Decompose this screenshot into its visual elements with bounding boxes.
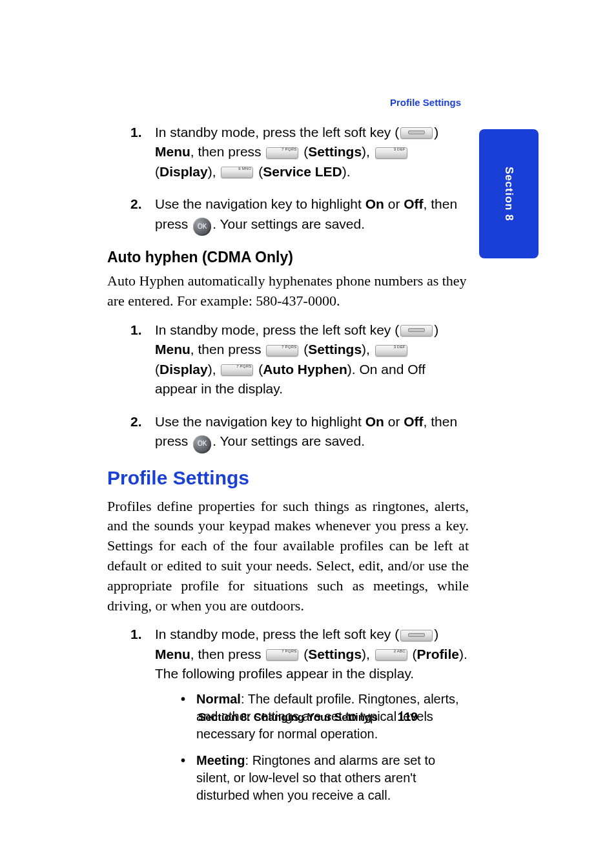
step-number: 2. [130, 194, 142, 214]
text: ( [300, 647, 308, 661]
auto-hyphen-paragraph: Auto Hyphen automatically hyphenates pho… [107, 271, 469, 311]
key-7-icon [266, 147, 298, 159]
auto-hyphen-label: Auto Hyphen [263, 362, 347, 377]
text: ), [208, 164, 220, 179]
text: or [384, 196, 404, 211]
key-3-icon [375, 345, 407, 357]
text: ( [254, 164, 263, 179]
display-label: Display [159, 164, 208, 179]
step-number: 1. [130, 123, 142, 142]
settings-label: Settings [308, 647, 362, 661]
on-label: On [365, 414, 384, 429]
service-led-steps: 1. In standby mode, press the left soft … [107, 123, 469, 234]
key-3-icon [375, 147, 407, 159]
text: or [384, 414, 404, 429]
text: ), [362, 647, 374, 661]
step-number: 2. [130, 412, 142, 431]
text: ( [254, 362, 263, 377]
key-7-icon [266, 649, 298, 661]
display-label: Display [159, 362, 208, 377]
profile-bullets: Normal: The default profile. Ringtones, … [155, 691, 469, 804]
service-led-label: Service LED [263, 164, 342, 179]
key-6-icon [221, 167, 253, 178]
step-2: 2. Use the navigation key to highlight O… [107, 412, 469, 452]
text: Use the navigation key to highlight [155, 414, 365, 429]
text: ( [300, 144, 308, 159]
text: ) [434, 125, 438, 140]
bullet-title: Meeting [196, 753, 245, 767]
settings-label: Settings [308, 144, 362, 159]
section-tab-label: Section 8 [502, 167, 515, 222]
step-number: 1. [130, 320, 142, 340]
softkey-icon [400, 127, 433, 139]
running-header: Profile Settings [390, 97, 461, 108]
on-label: On [365, 196, 384, 211]
text: In standby mode, press the left soft key… [155, 627, 399, 641]
page: Profile Settings Section 8 1. In standby… [0, 0, 616, 852]
text: ) [434, 627, 438, 641]
off-label: Off [404, 414, 423, 429]
key-2-icon [375, 649, 407, 661]
auto-hyphen-heading: Auto hyphen (CDMA Only) [107, 247, 469, 267]
off-label: Off [404, 196, 423, 211]
menu-label: Menu [155, 342, 190, 357]
key-7-icon [266, 345, 298, 357]
settings-label: Settings [308, 342, 362, 357]
softkey-icon [400, 325, 433, 337]
menu-label: Menu [155, 647, 190, 661]
footer-page-number: 119 [397, 710, 418, 724]
text: In standby mode, press the left soft key… [155, 125, 399, 140]
key-7-icon [221, 364, 253, 376]
menu-label: Menu [155, 144, 190, 159]
text: ). [342, 164, 351, 179]
text: ( [409, 647, 417, 661]
ok-button-icon: OK [193, 218, 211, 236]
bullet-title: Normal [196, 692, 241, 706]
footer-section-title: Section 8: Changing Your Settings [198, 711, 378, 724]
step-number: 1. [130, 625, 142, 644]
profile-settings-paragraph: Profiles define properties for such thin… [107, 497, 469, 616]
text: ( [300, 342, 308, 357]
bullet-meeting: Meeting: Ringtones and alarms are set to… [155, 752, 469, 804]
text: ), [208, 362, 220, 377]
step-1: 1. In standby mode, press the left soft … [107, 320, 469, 399]
section-tab: Section 8 [479, 129, 539, 258]
text: . Your settings are saved. [212, 433, 365, 448]
page-footer: Section 8: Changing Your Settings 119 [0, 710, 616, 724]
text: Use the navigation key to highlight [155, 196, 365, 211]
text: ) [434, 322, 438, 337]
text: ), [362, 342, 374, 357]
step-2: 2. Use the navigation key to highlight O… [107, 194, 469, 234]
text: , then press [190, 342, 265, 357]
auto-hyphen-steps: 1. In standby mode, press the left soft … [107, 320, 469, 452]
text: ( [155, 164, 159, 179]
softkey-icon [400, 630, 433, 641]
profile-settings-heading: Profile Settings [107, 464, 469, 492]
step-1: 1. In standby mode, press the left soft … [107, 123, 469, 182]
profile-label: Profile [417, 647, 459, 661]
text: ( [155, 362, 159, 377]
text: In standby mode, press the left soft key… [155, 322, 399, 337]
ok-button-icon: OK [193, 435, 211, 453]
text: ), [362, 144, 374, 159]
text: , then press [190, 144, 265, 159]
text: . Your settings are saved. [212, 216, 365, 231]
text: , then press [190, 647, 265, 661]
